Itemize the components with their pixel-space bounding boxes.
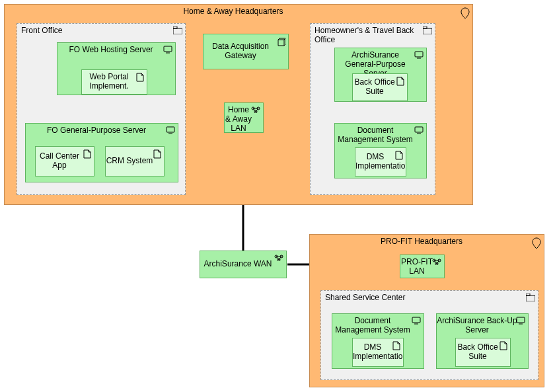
pro-fit-lan-title: PRO-FIT LAN — [400, 258, 433, 276]
dms-impl-1-title: DMS Implementation — [355, 153, 395, 171]
dms-impl-1[interactable]: DMS Implementation — [355, 147, 406, 176]
svg-rect-22 — [415, 127, 423, 132]
artifact-icon — [136, 73, 144, 84]
svg-rect-31 — [526, 294, 530, 295]
svg-rect-13 — [166, 127, 174, 132]
back-office-group[interactable]: Homeowner's & Travel Back Office ArchiSu… — [310, 23, 435, 195]
archisurance-gp-server[interactable]: ArchiSurance General-Purpose Server Back… — [334, 48, 427, 102]
archisurance-wan-title: ArchiSurance WAN — [200, 260, 276, 269]
fo-web-hosting-server-title: FO Web Hosting Server — [57, 46, 165, 55]
shared-service-center[interactable]: Shared Service Center Document Managemen… — [320, 290, 538, 380]
call-center-artifact[interactable]: Call Center App — [35, 146, 94, 176]
document-management-2-title: Document Management System — [332, 317, 413, 335]
back-office-suite-1[interactable]: Back Office Suite — [352, 73, 408, 101]
fo-web-hosting-server[interactable]: FO Web Hosting Server Web Portal Impleme… — [57, 42, 176, 95]
archisurance-backup-server[interactable]: ArchiSurance Back-Up Server Back Office … — [436, 313, 529, 369]
group-icon — [526, 294, 535, 303]
front-office-group[interactable]: Front Office FO Web Hosting Server Web P… — [17, 23, 186, 195]
artifact-icon — [395, 151, 403, 162]
device-icon — [516, 317, 525, 327]
device-icon — [166, 126, 175, 136]
archisurance-wan[interactable]: ArchiSurance WAN — [200, 251, 287, 278]
pro-fit-hq-title: PRO-FIT Headquarters — [310, 237, 533, 247]
location-icon — [532, 237, 541, 251]
shared-service-center-title: Shared Service Center — [325, 294, 405, 303]
data-acquisition-gateway[interactable]: Data Acquisition Gateway — [203, 34, 289, 69]
svg-rect-20 — [415, 52, 423, 57]
group-icon — [173, 26, 182, 36]
svg-rect-19 — [423, 26, 427, 28]
svg-rect-11 — [164, 46, 172, 52]
home-away-lan-title: Home & Away LAN — [225, 106, 252, 133]
call-center-artifact-title: Call Center App — [36, 152, 83, 171]
back-office-title: Homeowner's & Travel Back Office — [314, 26, 422, 45]
back-office-suite-1-title: Back Office Suite — [353, 78, 396, 97]
document-management-1-title: Document Management System — [335, 126, 416, 145]
network-icon — [432, 258, 441, 267]
artifact-icon — [392, 341, 400, 352]
home-away-hq[interactable]: Home & Away Headquarters Front Office FO… — [4, 4, 473, 205]
node3d-icon — [276, 37, 285, 48]
fo-general-purpose-server[interactable]: FO General-Purpose Server Call Center Ap… — [25, 123, 178, 182]
artifact-icon — [500, 341, 507, 352]
device-icon — [163, 46, 172, 56]
back-office-suite-2-title: Back Office Suite — [456, 343, 500, 362]
location-icon — [461, 7, 470, 21]
device-icon — [414, 51, 424, 61]
home-away-lan[interactable]: Home & Away LAN — [224, 102, 264, 133]
fo-general-purpose-server-title: FO General-Purpose Server — [26, 126, 167, 136]
document-management-1[interactable]: Document Management System DMS Implement… — [334, 123, 427, 178]
device-icon — [414, 126, 424, 136]
device-icon — [412, 317, 421, 327]
dms-impl-2[interactable]: DMS Implementation — [352, 338, 404, 367]
artifact-icon — [396, 77, 404, 88]
artifact-icon — [153, 149, 161, 161]
artifact-icon — [83, 149, 91, 161]
home-away-hq-title: Home & Away Headquarters — [5, 7, 462, 17]
dms-impl-2-title: DMS Implementation — [353, 343, 392, 362]
document-management-2[interactable]: Document Management System DMS Implement… — [332, 313, 424, 369]
network-icon — [274, 254, 283, 263]
web-portal-artifact[interactable]: Web Portal Implement. — [81, 69, 147, 95]
group-icon — [423, 26, 432, 36]
svg-rect-18 — [423, 28, 432, 34]
pro-fit-lan[interactable]: PRO-FIT LAN — [400, 255, 445, 278]
archisurance-backup-server-title: ArchiSurance Back-Up Server — [437, 317, 517, 335]
crm-system-artifact-title: CRM System — [106, 157, 153, 166]
svg-rect-34 — [517, 317, 525, 323]
back-office-suite-2[interactable]: Back Office Suite — [455, 338, 511, 367]
svg-rect-30 — [526, 295, 535, 301]
svg-rect-9 — [173, 28, 182, 34]
svg-rect-10 — [173, 26, 177, 28]
crm-system-artifact[interactable]: CRM System — [105, 146, 165, 176]
svg-rect-32 — [412, 317, 420, 323]
web-portal-artifact-title: Web Portal Implement. — [82, 73, 136, 91]
pro-fit-hq[interactable]: PRO-FIT Headquarters PRO-FIT LAN Shared … — [309, 234, 544, 387]
data-acquisition-gateway-title: Data Acquisition Gateway — [204, 42, 278, 61]
network-icon — [251, 106, 260, 115]
front-office-title: Front Office — [21, 26, 62, 36]
